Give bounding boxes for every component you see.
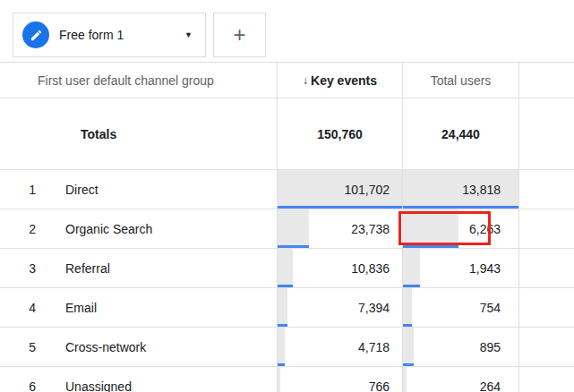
key-events-cell[interactable]: 10,836 — [278, 249, 403, 287]
row-filler — [519, 288, 574, 327]
dimension-cell: 3 Referral — [0, 249, 278, 287]
cell-bar — [278, 367, 280, 392]
key-events-value: 101,702 — [344, 183, 402, 197]
header-key-events-label: Key events — [311, 73, 377, 88]
row-filler — [519, 209, 574, 248]
cell-bar — [403, 288, 412, 327]
data-table: First user default channel group ↓ Key e… — [0, 63, 574, 392]
cell-bar — [278, 328, 285, 366]
table-row-referral[interactable]: 3 Referral 10,836 1,943 — [0, 249, 574, 288]
row-number: 1 — [0, 183, 36, 197]
analytics-exploration-panel: Free form 1 ▼ + First user default chann… — [0, 0, 574, 392]
channel-name: Referral — [65, 261, 110, 276]
header-dimension[interactable]: First user default channel group — [0, 63, 278, 98]
total-users-value: 13,818 — [462, 183, 518, 197]
header-key-events[interactable]: ↓ Key events — [278, 63, 403, 98]
channel-name: Direct — [65, 183, 99, 197]
cell-bar — [403, 367, 407, 392]
totals-key-events: 150,760 — [278, 98, 403, 169]
tab-label: Free form 1 — [59, 28, 124, 42]
key-events-value: 766 — [369, 379, 402, 392]
key-events-value: 4,718 — [358, 340, 402, 354]
total-users-value: 1,943 — [469, 261, 518, 276]
total-users-value: 6,263 — [469, 222, 518, 236]
cell-bar — [403, 328, 414, 366]
dimension-cell: 2 Organic Search — [0, 209, 278, 248]
totals-filler — [519, 98, 574, 169]
dimension-cell: 5 Cross-network — [0, 328, 278, 366]
channel-name: Unassigned — [65, 379, 132, 392]
table-row-organic-search[interactable]: 2 Organic Search 23,738 6,263 — [0, 209, 574, 249]
total-users-value: 264 — [480, 379, 518, 392]
cell-bar — [403, 249, 420, 287]
chevron-down-icon[interactable]: ▼ — [183, 27, 194, 43]
key-events-cell[interactable]: 4,718 — [278, 328, 403, 366]
table-row-unassigned[interactable]: 6 Unassigned 766 264 — [0, 367, 574, 392]
row-number: 2 — [0, 222, 36, 236]
edit-pencil-icon — [22, 21, 49, 48]
sort-desc-icon: ↓ — [303, 74, 308, 87]
row-filler — [519, 249, 574, 287]
total-users-cell[interactable]: 13,818 — [403, 170, 519, 209]
total-users-cell[interactable]: 754 — [403, 288, 519, 327]
table-row-email[interactable]: 4 Email 7,394 754 — [0, 288, 574, 328]
row-filler — [519, 367, 574, 392]
total-users-cell[interactable]: 6,263 — [403, 209, 519, 248]
dimension-cell: 4 Email — [0, 288, 278, 327]
row-filler — [519, 328, 574, 366]
key-events-cell[interactable]: 766 — [278, 367, 403, 392]
channel-name: Cross-network — [65, 340, 146, 354]
key-events-cell[interactable]: 7,394 — [278, 288, 403, 327]
totals-total-users: 24,440 — [403, 98, 519, 169]
cell-bar — [278, 209, 309, 248]
total-users-cell[interactable]: 1,943 — [403, 249, 519, 287]
header-filler — [519, 63, 574, 98]
table-header-row: First user default channel group ↓ Key e… — [0, 63, 574, 98]
cell-bar — [278, 249, 293, 287]
total-users-value: 754 — [480, 301, 518, 315]
totals-label: Totals — [0, 98, 278, 169]
total-users-value: 895 — [480, 340, 518, 354]
total-users-cell[interactable]: 264 — [403, 367, 519, 392]
header-total-users[interactable]: Total users — [403, 63, 519, 98]
key-events-cell[interactable]: 101,702 — [278, 170, 403, 209]
key-events-value: 23,738 — [351, 222, 402, 236]
row-filler — [519, 170, 574, 209]
key-events-cell[interactable]: 23,738 — [278, 209, 403, 248]
channel-name: Email — [65, 301, 97, 315]
total-users-cell[interactable]: 895 — [403, 328, 519, 366]
header-total-users-label: Total users — [431, 73, 492, 88]
tab-free-form-1[interactable]: Free form 1 ▼ — [13, 13, 206, 57]
totals-row: Totals 150,760 24,440 — [0, 98, 574, 170]
row-number: 6 — [0, 379, 36, 392]
channel-name: Organic Search — [65, 222, 152, 236]
row-number: 3 — [0, 261, 36, 276]
key-events-value: 10,836 — [351, 261, 402, 276]
cell-bar — [278, 288, 287, 327]
table-row-cross-network[interactable]: 5 Cross-network 4,718 895 — [0, 328, 574, 367]
add-tab-button[interactable]: + — [213, 13, 266, 57]
dimension-cell: 1 Direct — [0, 170, 278, 209]
row-number: 5 — [0, 340, 36, 354]
key-events-value: 7,394 — [358, 301, 402, 315]
tab-strip: Free form 1 ▼ + — [0, 0, 574, 63]
table-row-direct[interactable]: 1 Direct 101,702 13,818 — [0, 170, 574, 209]
row-number: 4 — [0, 301, 36, 315]
cell-bar — [403, 209, 458, 248]
plus-icon: + — [233, 24, 245, 46]
dimension-cell: 6 Unassigned — [0, 367, 278, 392]
